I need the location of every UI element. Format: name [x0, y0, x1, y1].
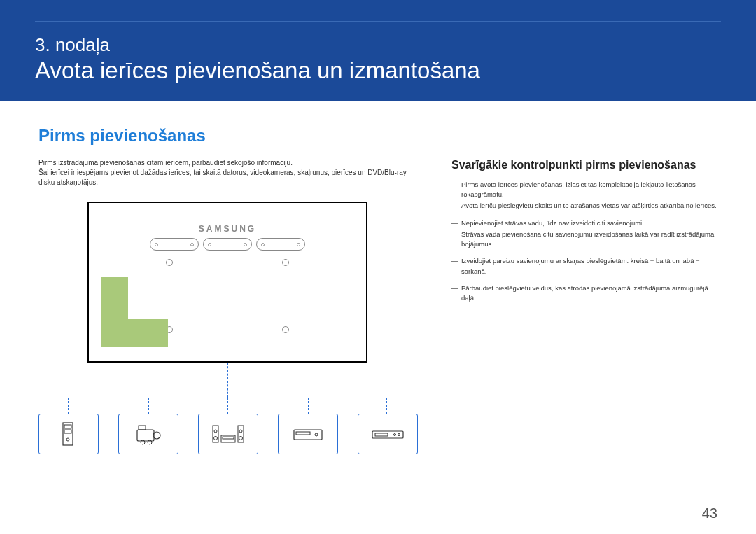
svg-point-3: [66, 438, 69, 441]
page-number: 43: [702, 505, 718, 521]
device-pc-tower: [38, 414, 99, 454]
device-disc-player: [358, 414, 418, 454]
left-column: Pirms izstrādājuma pievienošanas citām i…: [38, 158, 416, 454]
device-home-theater: [198, 414, 258, 454]
right-column: Svarīgākie kontrolpunkti pirms pievienoš…: [451, 158, 718, 454]
svg-point-23: [398, 434, 400, 436]
svg-point-14: [239, 437, 243, 440]
svg-rect-1: [64, 425, 71, 428]
chapter-number: 3. nodaļa: [35, 34, 721, 56]
checklist-item: Izveidojiet pareizu savienojumu ar skaņa…: [451, 256, 718, 276]
svg-point-22: [394, 434, 396, 436]
checklist-item: Pārbaudiet pieslēgvietu veidus, kas atro…: [451, 283, 718, 304]
checklist-item: Pirms avota ierīces pievienošanas, izlas…: [451, 180, 718, 211]
checklist: Pirms avota ierīces pievienošanas, izlas…: [451, 180, 718, 304]
svg-point-11: [214, 430, 217, 433]
chapter-header: 3. nodaļa Avota ierīces pievienošana un …: [0, 0, 756, 101]
svg-point-13: [239, 430, 242, 433]
svg-rect-21: [375, 433, 388, 436]
device-camcorder: [118, 414, 178, 454]
chapter-title: Avota ierīces pievienošana un izmantošan…: [35, 57, 721, 84]
svg-rect-4: [137, 430, 154, 441]
connection-diagram: SAMSUNG: [38, 202, 416, 454]
page-content: Pirms pievienošanas Pirms izstrādājuma p…: [0, 101, 756, 454]
header-divider: [35, 21, 721, 22]
svg-rect-16: [223, 437, 234, 439]
svg-rect-2: [64, 430, 71, 433]
intro-line-2: Šai ierīcei ir iespējams pievienot dažād…: [38, 169, 407, 186]
intro-text: Pirms izstrādājuma pievienošanas citām i…: [38, 158, 416, 188]
device-set-top-box: [278, 414, 338, 454]
tv-back-illustration: SAMSUNG: [88, 202, 368, 363]
section-title: Pirms pievienošanas: [38, 126, 718, 146]
intro-line-1: Pirms izstrādājuma pievienošanas citām i…: [38, 159, 293, 167]
svg-point-12: [214, 437, 218, 440]
svg-rect-18: [296, 432, 310, 435]
tv-brand-label: SAMSUNG: [199, 224, 256, 234]
svg-rect-6: [139, 426, 146, 430]
svg-point-19: [315, 433, 318, 436]
checklist-item: Nepievienojiet strāvas vadu, līdz nav iz…: [451, 218, 718, 250]
checklist-heading: Svarīgākie kontrolpunkti pirms pievienoš…: [451, 158, 718, 173]
